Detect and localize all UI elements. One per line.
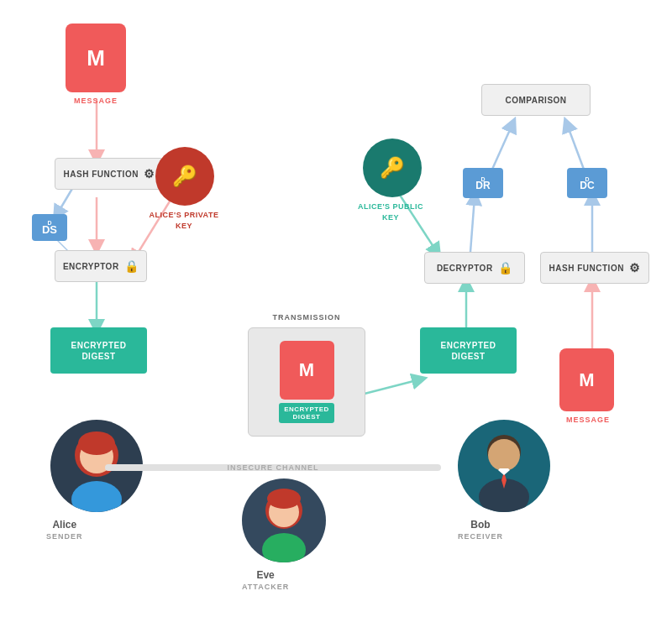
comparison-label: COMPARISON: [505, 96, 566, 105]
svg-marker-26: [498, 468, 510, 475]
encrypted-digest-right-box: ENCRYPTED DIGEST: [420, 327, 517, 374]
dr-box: D DR: [463, 168, 503, 198]
svg-line-12: [361, 379, 420, 395]
message-left-letter: M: [87, 45, 105, 71]
decryptor-box: DECRYPTOR 🔒: [424, 252, 525, 284]
lock-icon-right: 🔒: [498, 261, 513, 275]
transmission-label: TRANSMISSION: [272, 313, 340, 322]
transmission-digest-label: ENCRYPTEDDIGEST: [279, 403, 334, 423]
insecure-channel-bar: INSECURE CHANNEL: [105, 464, 441, 471]
bob-label: Bob RECEIVER: [458, 519, 503, 541]
bob-person-svg: [458, 420, 550, 512]
insecure-channel-label: INSECURE CHANNEL: [227, 463, 318, 472]
eve-avatar: [242, 478, 326, 562]
ds-box: D DS: [32, 214, 67, 241]
encryptor-box: ENCRYPTOR 🔒: [55, 250, 147, 282]
alices-private-key-label: ALICE'S PRIVATE KEY: [147, 210, 221, 231]
bob-avatar: [458, 420, 550, 512]
message-right-card: M: [559, 348, 614, 411]
comparison-box: COMPARISON: [481, 84, 591, 116]
decryptor-label: DECRYPTOR: [437, 264, 493, 273]
message-left-card: M: [66, 24, 126, 92]
diagram: M MESSAGE HASH FUNCTION ⚙ D DS ENCRYPTOR…: [0, 0, 672, 638]
key-icon-public: 🔑: [380, 156, 405, 180]
hash-function-right-label: HASH FUNCTION: [549, 264, 624, 273]
svg-point-17: [78, 431, 115, 455]
eve-label: Eve ATTACKER: [242, 569, 289, 591]
dc-box: D DC: [567, 168, 607, 198]
message-left-label: MESSAGE: [69, 97, 123, 105]
key-icon-private: 🔑: [172, 165, 197, 188]
encrypted-digest-left-box: ENCRYPTED DIGEST: [50, 327, 147, 374]
alices-public-key-circle: 🔑: [363, 139, 422, 197]
message-right-label: MESSAGE: [561, 416, 615, 424]
alices-private-key-circle: 🔑: [155, 147, 214, 206]
gear-icon-left: ⚙: [144, 167, 155, 180]
svg-point-20: [262, 533, 306, 562]
encrypted-digest-left-label: ENCRYPTED DIGEST: [71, 340, 127, 362]
hash-function-left-box: HASH FUNCTION ⚙: [55, 158, 164, 190]
eve-person-svg: [242, 478, 326, 562]
svg-point-16: [71, 481, 122, 512]
svg-point-21: [267, 489, 301, 509]
hash-function-right-box: HASH FUNCTION ⚙: [540, 252, 649, 284]
lock-icon-left: 🔒: [124, 259, 139, 273]
encrypted-digest-right-label: ENCRYPTED DIGEST: [441, 340, 496, 362]
message-right-letter: M: [579, 369, 594, 391]
transmission-box: TRANSMISSION M ENCRYPTEDDIGEST: [248, 327, 365, 437]
alice-label: Alice SENDER: [46, 519, 83, 541]
transmission-message-card: M: [280, 341, 334, 400]
encryptor-label: ENCRYPTOR: [63, 262, 119, 271]
svg-line-9: [470, 197, 475, 252]
hash-function-left-label: HASH FUNCTION: [64, 170, 139, 179]
gear-icon-right: ⚙: [629, 261, 641, 275]
alices-public-key-label: ALICE'S PUBLIC KEY: [353, 201, 428, 222]
svg-point-23: [488, 439, 520, 471]
